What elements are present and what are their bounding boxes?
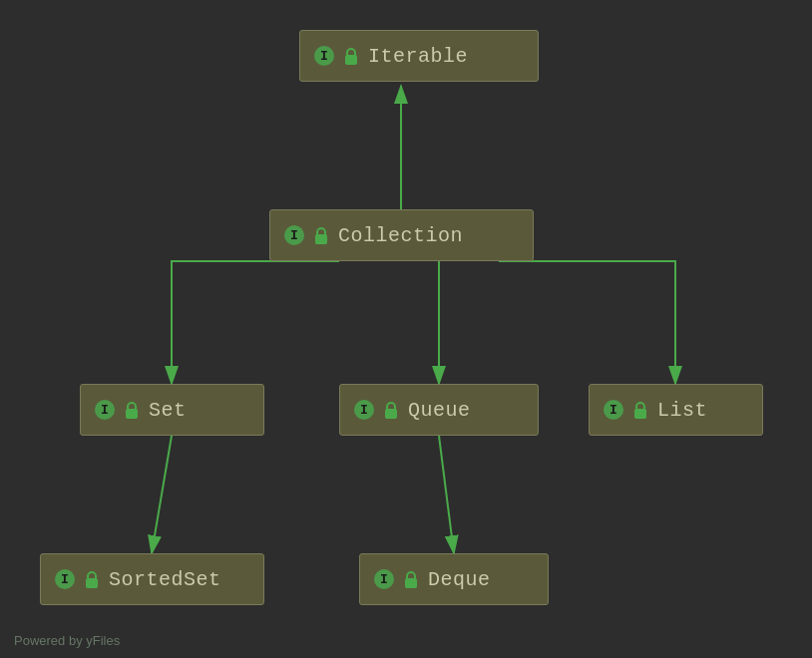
interface-icon-iterable: I bbox=[314, 46, 334, 66]
lock-icon-collection bbox=[312, 226, 330, 244]
lock-icon-sortedset bbox=[83, 570, 101, 588]
lock-icon-set bbox=[123, 401, 141, 419]
interface-icon-deque: I bbox=[374, 569, 394, 589]
label-deque: Deque bbox=[428, 568, 491, 591]
label-collection: Collection bbox=[338, 224, 463, 247]
lock-icon-deque bbox=[402, 570, 420, 588]
svg-rect-3 bbox=[126, 409, 138, 419]
svg-rect-1 bbox=[345, 55, 357, 65]
node-iterable: I Iterable bbox=[299, 30, 539, 82]
label-iterable: Iterable bbox=[368, 45, 468, 68]
svg-rect-6 bbox=[86, 578, 98, 588]
edge-set-collection bbox=[172, 261, 339, 384]
node-set: I Set bbox=[80, 384, 264, 436]
node-list: I List bbox=[589, 384, 763, 436]
node-deque: I Deque bbox=[359, 553, 549, 605]
svg-rect-7 bbox=[405, 578, 417, 588]
lock-icon-list bbox=[631, 401, 649, 419]
interface-icon-collection: I bbox=[284, 225, 304, 245]
interface-icon-set: I bbox=[95, 400, 115, 420]
svg-rect-4 bbox=[385, 409, 397, 419]
lock-icon-iterable bbox=[342, 47, 360, 65]
interface-icon-sortedset: I bbox=[55, 569, 75, 589]
svg-rect-5 bbox=[634, 409, 646, 419]
svg-rect-2 bbox=[315, 234, 327, 244]
edge-deque-queue bbox=[439, 436, 454, 553]
label-set: Set bbox=[149, 399, 187, 422]
label-list: List bbox=[657, 399, 707, 422]
interface-icon-queue: I bbox=[354, 400, 374, 420]
node-sortedset: I SortedSet bbox=[40, 553, 264, 605]
label-sortedset: SortedSet bbox=[109, 568, 221, 591]
interface-icon-list: I bbox=[604, 400, 623, 420]
edge-sortedset-set bbox=[152, 436, 172, 553]
node-queue: I Queue bbox=[339, 384, 539, 436]
node-collection: I Collection bbox=[269, 209, 534, 261]
lock-icon-queue bbox=[382, 401, 400, 419]
watermark: Powered by yFiles bbox=[14, 633, 120, 648]
label-queue: Queue bbox=[408, 399, 471, 422]
edge-list-collection bbox=[499, 261, 675, 384]
